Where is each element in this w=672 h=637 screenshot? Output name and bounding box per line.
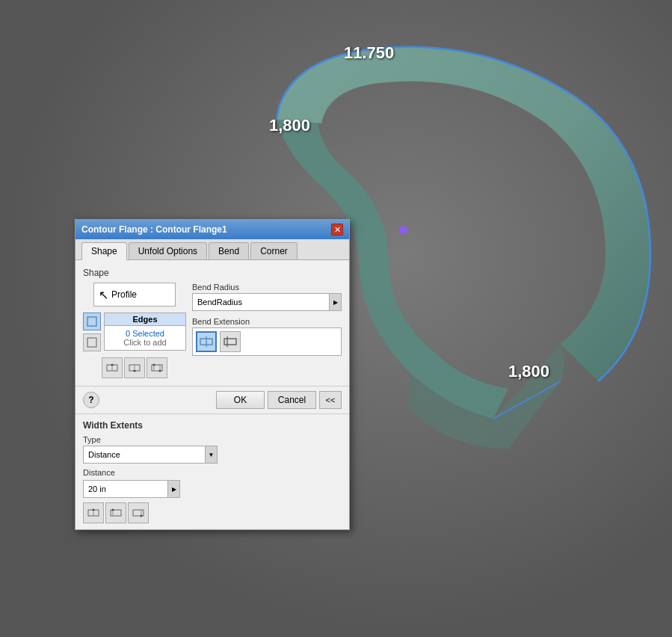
type-dropdown-arrow[interactable]: ▼ [205, 446, 217, 463]
svg-rect-25 [133, 510, 144, 516]
edge-select-btn[interactable] [83, 313, 101, 330]
svg-rect-3 [87, 338, 96, 347]
type-row: Type Distance ▼ [83, 435, 342, 464]
bend-extension-section: Bend Extension [192, 317, 342, 356]
bend-extension-label: Bend Extension [192, 317, 342, 326]
shape-left-panel: ↖ Profile [83, 283, 186, 378]
svg-rect-2 [89, 318, 95, 324]
distance-arrow[interactable]: ▶ [167, 481, 179, 497]
bend-radius-label: Bend Radius [192, 283, 342, 292]
shape-section: ↖ Profile [83, 283, 342, 378]
selection-point [399, 227, 407, 234]
dimension-top: 11.750 [344, 43, 394, 63]
distance-label: Distance [83, 468, 342, 477]
dialog-titlebar: Contour Flange : Contour Flange1 ✕ [75, 220, 349, 239]
dimension-right: 1,800 [508, 362, 549, 381]
ok-button[interactable]: OK [216, 391, 265, 409]
bend-extension-buttons [192, 327, 342, 356]
svg-rect-10 [152, 365, 162, 371]
dialog-body: Shape ↖ Profile [75, 260, 349, 386]
width-extents-title: Width Extents [83, 420, 342, 431]
bend-radius-section: Bend Radius BendRadius ▶ [192, 283, 342, 311]
close-button[interactable]: ✕ [331, 224, 343, 236]
svg-rect-22 [111, 510, 121, 516]
dialog-title: Contour Flange : Contour Flange1 [81, 224, 227, 235]
bend-ext-btn-2[interactable] [220, 331, 241, 352]
profile-label: Profile [111, 289, 137, 300]
shape-section-label: Shape [83, 268, 342, 278]
expand-button[interactable]: << [319, 391, 342, 409]
width-btn-3[interactable] [128, 502, 149, 523]
width-extents-section: Width Extents Type Distance ▼ Distance 2… [75, 413, 349, 529]
type-value: Distance [84, 450, 205, 459]
edge-btn-1[interactable] [102, 357, 123, 378]
distance-input[interactable]: 20 in ▶ [83, 480, 180, 498]
type-dropdown[interactable]: Distance ▼ [83, 446, 218, 464]
width-btn-2[interactable] [105, 502, 126, 523]
tab-bar: Shape Unfold Options Bend Corner [75, 239, 349, 260]
type-label: Type [83, 435, 342, 444]
edges-selected-count: 0 Selected [109, 329, 181, 338]
cancel-button[interactable]: Cancel [268, 391, 316, 409]
edge-control-buttons [102, 357, 167, 378]
width-btn-1[interactable] [83, 502, 104, 523]
tab-bend[interactable]: Bend [209, 242, 249, 259]
edges-header: Edges [105, 313, 185, 326]
distance-value: 20 in [84, 484, 167, 493]
dimension-left: 1,800 [269, 116, 310, 135]
svg-rect-17 [224, 339, 236, 345]
cursor-icon: ↖ [99, 288, 108, 302]
bend-radius-arrow[interactable]: ▶ [329, 294, 341, 310]
distance-row: Distance 20 in ▶ [83, 468, 342, 498]
tab-corner[interactable]: Corner [250, 242, 298, 259]
dialog-footer: ? OK Cancel << [75, 386, 349, 413]
edge-btn-2[interactable] [124, 357, 145, 378]
edge-btn-3[interactable] [147, 357, 167, 378]
edge-deselect-btn[interactable] [83, 333, 101, 351]
edges-body: 0 Selected Click to add [105, 326, 185, 350]
contour-flange-dialog: Contour Flange : Contour Flange1 ✕ Shape… [75, 219, 350, 530]
bend-radius-value: BendRadius [193, 298, 329, 307]
edges-hint: Click to add [109, 338, 181, 347]
right-panel: Bend Radius BendRadius ▶ Bend Extension [192, 283, 342, 378]
bend-radius-dropdown[interactable]: BendRadius ▶ [192, 293, 342, 311]
tab-shape[interactable]: Shape [81, 242, 127, 260]
profile-box[interactable]: ↖ Profile [93, 283, 176, 307]
bend-ext-btn-1[interactable] [196, 331, 217, 352]
tab-unfold-options[interactable]: Unfold Options [129, 242, 207, 259]
edges-panel: Edges 0 Selected Click to add [104, 313, 186, 351]
width-buttons [83, 502, 342, 523]
help-button[interactable]: ? [83, 392, 99, 408]
